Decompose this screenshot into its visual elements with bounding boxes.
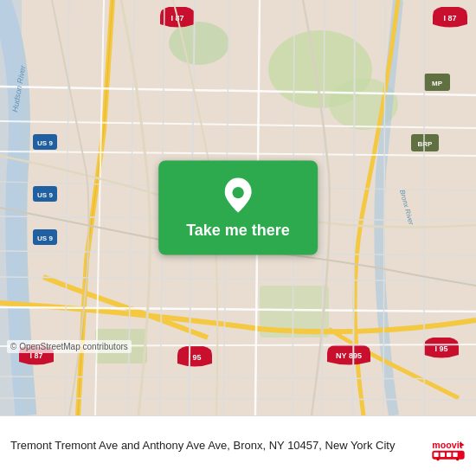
svg-text:I 87: I 87 [443,14,456,23]
button-label: Take me there [186,222,290,240]
map-area: US 9 US 9 US 9 I 87 I 87 MP BRP I 87 [0,0,476,415]
svg-rect-54 [441,452,445,456]
svg-text:US 9: US 9 [37,235,53,242]
copyright-notice: © OpenStreetMap contributors [7,340,132,353]
address-text: Tremont Tremont Ave and Anthony Ave Ave,… [10,438,422,453]
svg-point-3 [169,22,229,65]
svg-text:US 9: US 9 [37,191,53,199]
svg-rect-55 [447,452,451,456]
svg-text:NY 895: NY 895 [336,351,362,360]
moovit-logo: moovit [431,429,466,464]
svg-text:moovit: moovit [432,440,462,450]
svg-text:MP: MP [432,80,443,87]
svg-text:US 9: US 9 [37,139,53,147]
take-me-there-button[interactable]: Take me there [158,161,318,255]
svg-point-57 [436,458,439,460]
location-pin-icon [221,177,255,215]
svg-rect-56 [453,452,457,456]
svg-point-58 [456,458,459,460]
svg-rect-53 [434,452,438,456]
svg-text:I 95: I 95 [434,344,447,353]
svg-point-50 [232,187,243,198]
moovit-logo-icon: moovit [431,429,466,464]
info-bar: Tremont Tremont Ave and Anthony Ave Ave,… [0,415,476,476]
app-container: US 9 US 9 US 9 I 87 I 87 MP BRP I 87 [0,0,476,476]
info-text: Tremont Tremont Ave and Anthony Ave Ave,… [10,438,422,453]
svg-text:BRP: BRP [418,140,434,148]
